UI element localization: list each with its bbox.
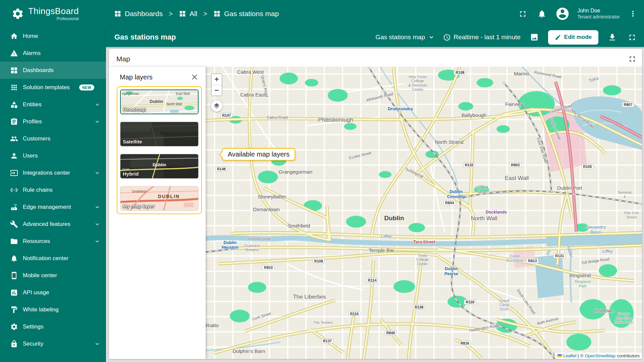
thumbnail-text: East Wall [176, 92, 190, 96]
sidebar-item-edge-management[interactable]: Edge management [0, 198, 106, 216]
bell-icon [10, 254, 18, 262]
sidebar-item-security[interactable]: Security [0, 335, 106, 352]
chevron-down-icon [94, 101, 101, 108]
user-info: John Doe Tenant administrator [577, 7, 620, 20]
leaflet-flag-icon [557, 354, 562, 357]
thumbnail-text: North Wall. [166, 102, 183, 106]
thingsboard-app: ThingsBoard Professional Dashboards>All>… [0, 0, 644, 362]
layers-toggle-button[interactable] [211, 100, 222, 112]
dashboard-icon [213, 10, 221, 17]
breadcrumb-separator: > [202, 10, 209, 18]
download-button[interactable] [606, 32, 618, 43]
notifications-bell-button[interactable] [536, 8, 548, 20]
sidebar-item-api-usage[interactable]: API usage [0, 284, 106, 301]
chevron-down-icon [94, 204, 101, 210]
thumbnail-text: DUBLIN [158, 194, 180, 199]
sidebar-item-advanced-features[interactable]: Advanced features [0, 216, 106, 233]
thumbnail-text: Smithfield [132, 190, 147, 193]
chevron-down-icon [94, 170, 101, 176]
widget-title: Map [116, 55, 130, 63]
timewindow-button[interactable]: Realtime - last 1 minute [443, 34, 521, 41]
map-tiles [206, 67, 642, 359]
sidebar-item-integrations-center[interactable]: Integrations center [0, 164, 106, 181]
dashboard-content: Map Map layers ngegormanDublinEast WallN… [106, 47, 644, 362]
layer-option-roadmap[interactable]: ngegormanDublinEast WallNorth Wall.Roadm… [120, 89, 199, 114]
chevron-down-icon [94, 341, 101, 347]
sidebar-item-notification-center[interactable]: Notification center [0, 250, 106, 267]
sidebar-item-alarms[interactable]: Alarms [0, 45, 106, 62]
layer-label: Satellite [123, 139, 142, 144]
thumbnail-text: ngegorman [122, 92, 139, 96]
person-icon [10, 152, 18, 160]
input-icon [10, 169, 18, 177]
user-avatar[interactable] [555, 6, 570, 21]
sidebar-item-dashboards[interactable]: Dashboards [0, 62, 106, 79]
map-layers-panel: Map layers ngegormanDublinEast WallNorth… [109, 67, 206, 359]
category-icon [10, 101, 18, 109]
map-canvas[interactable]: Cabra WestCabra EastMarinoFairviewBallyb… [206, 67, 642, 359]
thingsboard-logo-icon [11, 7, 24, 20]
breadcrumb: Dashboards>All>Gas stations map [106, 10, 279, 18]
dashboard-icon [179, 10, 186, 17]
zoom-control: + − [211, 73, 222, 96]
layer-option-hybrid[interactable]: townDublinHybrid [120, 154, 199, 179]
dashboard-icon [114, 10, 121, 17]
layer-option-my-map-layer[interactable]: SmithfieldDUBLINMy map layer [120, 186, 199, 211]
app-title: ThingsBoard [28, 7, 79, 15]
clock-icon [443, 34, 451, 41]
dashboard-fullscreen-button[interactable] [626, 32, 638, 43]
breadcrumb-item-dashboards[interactable]: Dashboards [114, 10, 163, 18]
sidebar-item-resources[interactable]: Resources [0, 233, 106, 250]
user-role: Tenant administrator [577, 14, 620, 20]
layer-label: My map layer [123, 203, 155, 209]
new-badge: NEW [79, 84, 94, 90]
sidebar-item-users[interactable]: Users [0, 147, 106, 164]
map-layers-tooltip: Available map layers [222, 148, 295, 161]
zoom-in-button[interactable]: + [212, 74, 222, 85]
pencil-icon [555, 34, 561, 41]
leaflet-link[interactable]: Leaflet [563, 353, 576, 358]
sidebar-item-mobile-center[interactable]: Mobile center [0, 267, 106, 284]
map-attribution: Leaflet | © OpenStreetMap contributors [555, 353, 642, 359]
sidebar-item-customers[interactable]: Customers [0, 130, 106, 147]
sidebar-item-white-labeling[interactable]: White labeling [0, 301, 106, 318]
widget-expand-button[interactable] [628, 55, 637, 63]
fullscreen-button[interactable] [517, 8, 529, 20]
home-icon [10, 32, 18, 40]
thumbnail-text: Dublin [153, 162, 166, 167]
top-header: ThingsBoard Professional Dashboards>All>… [0, 0, 644, 27]
sidebar-item-entities[interactable]: Entities [0, 96, 106, 113]
sidebar-item-solution-templates[interactable]: Solution templatesNEW [0, 79, 106, 96]
build-icon [10, 220, 18, 228]
sidebar-item-profiles[interactable]: Profiles [0, 113, 106, 130]
layer-option-satellite[interactable]: Satellite [120, 122, 199, 146]
map-layers-group: ngegormanDublinEast WallNorth Wall.Roadm… [117, 86, 202, 214]
osm-link[interactable]: OpenStreetMap [585, 353, 615, 358]
layer-label: Roadmap [123, 106, 146, 112]
more-menu-button[interactable] [627, 8, 639, 19]
sidebar-item-rule-chains[interactable]: Rule chains [0, 181, 106, 198]
breadcrumb-item-gas-stations-map[interactable]: Gas stations map [213, 10, 279, 18]
zoom-out-button[interactable]: − [212, 85, 222, 96]
image-gallery-button[interactable] [529, 32, 540, 43]
breadcrumb-item-all[interactable]: All [179, 10, 197, 18]
gear-icon [10, 323, 18, 331]
map-widget: Map Map layers ngegormanDublinEast WallN… [109, 49, 642, 359]
thumbnail-text: Dublin [150, 99, 163, 104]
chevron-down-icon [94, 118, 101, 125]
sidebar-item-home[interactable]: Home [0, 27, 106, 45]
lock-icon [10, 340, 18, 348]
user-name: John Doe [577, 7, 620, 14]
chevron-down-icon [428, 34, 435, 41]
page-title: Gas stations map [114, 33, 176, 42]
dashboard-icon [10, 66, 18, 74]
chart-icon [10, 289, 18, 297]
router-icon [10, 203, 18, 211]
close-icon[interactable] [190, 73, 199, 81]
breadcrumb-separator: > [167, 10, 174, 18]
dashboard-state-select[interactable]: Gas stations map [375, 34, 435, 41]
folder-icon [10, 237, 18, 245]
edit-mode-button[interactable]: Edit mode [548, 30, 598, 45]
assignment-icon [10, 118, 18, 126]
sidebar-item-settings[interactable]: Settings [0, 318, 106, 335]
